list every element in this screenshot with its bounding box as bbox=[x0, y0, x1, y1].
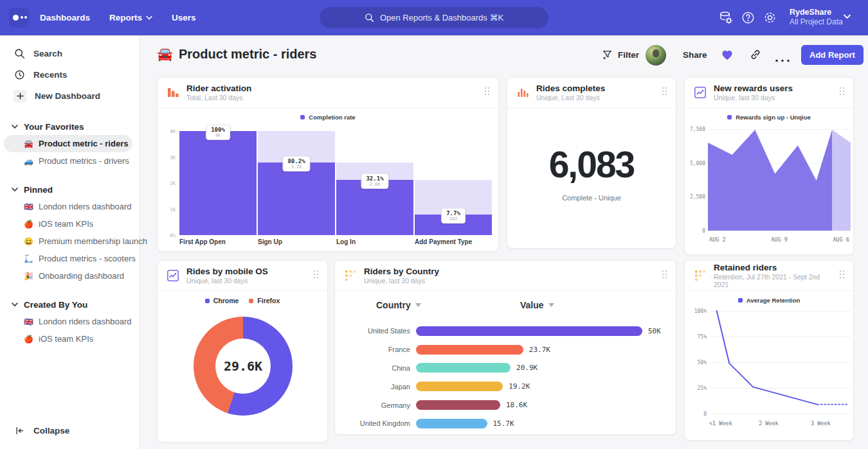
drag-handle-icon[interactable] bbox=[839, 87, 845, 98]
car-emoji-icon: 🚙 bbox=[23, 157, 34, 166]
nav-reports[interactable]: Reports bbox=[109, 13, 152, 22]
table-row: United Kingdom 15.7K bbox=[335, 414, 676, 433]
card-new-rewards-users: New rewards users Unique, last 30 days R… bbox=[684, 77, 854, 255]
workspace-switcher[interactable]: RydeShare All Project Data bbox=[790, 7, 843, 28]
country-bar bbox=[416, 382, 503, 391]
section-header-pinned[interactable]: Pinned bbox=[0, 181, 139, 198]
drag-handle-icon[interactable] bbox=[313, 270, 319, 281]
legend-item-firefox[interactable]: Firefox bbox=[249, 297, 280, 304]
global-search[interactable]: Open Reports & Dashboards ⌘K bbox=[320, 7, 548, 28]
section-header-your-favorites[interactable]: Your Favorites bbox=[0, 118, 139, 135]
plus-icon bbox=[14, 90, 26, 103]
workspace-subtitle: All Project Data bbox=[790, 17, 843, 28]
column-header-value[interactable]: Value bbox=[520, 300, 554, 310]
sidebar-search[interactable]: Search bbox=[0, 43, 139, 64]
x-tick: 3 Week bbox=[811, 420, 831, 427]
y-tick: 2K bbox=[158, 180, 176, 186]
nav-users[interactable]: Users bbox=[172, 13, 196, 22]
y-tick: 2,500 bbox=[685, 194, 705, 200]
sort-caret-icon bbox=[548, 303, 554, 307]
kpi-value: 6,083 bbox=[507, 143, 676, 186]
sidebar: Search Recents New Dashboard Your Favori… bbox=[0, 35, 140, 449]
help-icon[interactable] bbox=[741, 10, 755, 25]
drag-handle-icon[interactable] bbox=[662, 87, 667, 98]
row-label: Japan bbox=[335, 383, 416, 391]
country-bar-list: United States 50K France 23.7K China 20.… bbox=[335, 322, 676, 433]
filter-button[interactable]: Filter bbox=[602, 49, 639, 60]
sort-caret-icon bbox=[415, 303, 421, 307]
funnel-bar bbox=[179, 131, 257, 235]
sidebar-collapse-button[interactable]: Collapse bbox=[0, 420, 139, 441]
sidebar-new-dashboard[interactable]: New Dashboard bbox=[0, 85, 139, 107]
sidebar-item-product-metric-riders[interactable]: 🚘 Product metric - riders bbox=[4, 135, 132, 152]
row-label: France bbox=[335, 346, 416, 353]
sidebar-item-ios-team-kpis-2[interactable]: 🍎 iOS team KPIs bbox=[0, 330, 139, 348]
chevron-down-icon bbox=[12, 125, 18, 129]
card-title: Rides completes bbox=[536, 84, 605, 94]
y-tick: 0 bbox=[685, 411, 707, 417]
section-header-created-by-you[interactable]: Created By You bbox=[0, 296, 139, 313]
y-tick: 100% bbox=[685, 308, 707, 314]
data-sources-icon[interactable] bbox=[718, 10, 733, 25]
add-report-button[interactable]: Add Report bbox=[801, 45, 863, 65]
x-tick: Log In bbox=[336, 238, 413, 245]
x-tick: AUG 6 bbox=[833, 236, 849, 243]
sidebar-item-london-riders[interactable]: 🇬🇧 London riders dashboard bbox=[0, 198, 139, 215]
line-chart-icon bbox=[693, 85, 707, 100]
card-subtitle: Retention, Jul 27th 2021 - Sept 2nd 2021 bbox=[714, 273, 833, 288]
workspace-caret-icon[interactable] bbox=[844, 14, 851, 19]
funnel-bar bbox=[258, 163, 335, 235]
table-row: United States 50K bbox=[335, 322, 676, 340]
funnel-label-chip: 32.1% 2.6K bbox=[361, 173, 388, 189]
sidebar-item-onboarding-dashboard[interactable]: 🎉 Onboarding dashboard bbox=[0, 267, 139, 285]
country-bar bbox=[416, 363, 511, 373]
sidebar-item-london-riders-2[interactable]: 🇬🇧 London riders dashboard bbox=[0, 313, 139, 330]
drag-handle-icon[interactable] bbox=[839, 270, 845, 281]
drag-handle-icon[interactable] bbox=[662, 270, 667, 281]
more-options-icon[interactable] bbox=[775, 53, 790, 65]
nav-dashboards[interactable]: Dashboards bbox=[40, 13, 90, 22]
share-button[interactable]: Share bbox=[683, 50, 707, 60]
country-bar bbox=[416, 400, 500, 410]
card-riders-by-country: Riders by Country Unique, last 30 days C… bbox=[334, 260, 676, 435]
car-emoji-icon: 🚘 bbox=[157, 46, 173, 62]
sidebar-item-ios-team-kpis[interactable]: 🍎 iOS team KPIs bbox=[0, 215, 139, 233]
y-tick: 7,500 bbox=[685, 127, 705, 132]
x-tick: <1 Week bbox=[709, 420, 732, 427]
x-tick: First App Open bbox=[179, 238, 257, 245]
card-subtitle: Unique, last 30 days bbox=[364, 277, 439, 285]
card-subtitle: Unique, last 30 days bbox=[714, 94, 793, 101]
table-row: Japan 19.2K bbox=[335, 377, 676, 396]
drag-handle-icon[interactable] bbox=[484, 87, 490, 98]
line-chart-icon bbox=[166, 269, 180, 283]
settings-gear-icon[interactable] bbox=[763, 10, 777, 25]
funnel-label-chip: 80.2% 3.2K bbox=[282, 156, 310, 172]
chevron-down-icon bbox=[12, 188, 18, 192]
favorite-heart-icon[interactable] bbox=[720, 48, 734, 62]
legend-item-chrome[interactable]: Chrome bbox=[205, 297, 239, 304]
card-title: Retained riders bbox=[714, 263, 833, 273]
smile-emoji-icon: 😄 bbox=[23, 237, 34, 246]
user-avatar[interactable] bbox=[646, 45, 666, 66]
column-header-country[interactable]: Country bbox=[376, 300, 421, 310]
row-label: Germany bbox=[335, 401, 416, 409]
card-title: Rides by mobile OS bbox=[186, 267, 268, 277]
section-pinned: Pinned 🇬🇧 London riders dashboard 🍎 iOS … bbox=[0, 181, 139, 285]
uk-flag-emoji-icon: 🇬🇧 bbox=[23, 202, 34, 211]
y-tick: 50% bbox=[685, 360, 707, 365]
app-logo[interactable] bbox=[9, 8, 29, 28]
retention-line bbox=[717, 311, 817, 405]
sidebar-item-product-metrics-scooters[interactable]: 🛴 Product metrics - scooters bbox=[0, 250, 139, 267]
sidebar-item-premium-membership[interactable]: 😄 Premium membership launch bbox=[0, 233, 139, 250]
donut-center-value: 29.6K bbox=[215, 339, 271, 394]
filter-funnel-icon bbox=[602, 49, 613, 60]
copy-link-icon[interactable] bbox=[749, 48, 762, 61]
os-legend-swatch bbox=[205, 299, 210, 303]
card-title: Riders by Country bbox=[364, 267, 439, 277]
sidebar-item-product-metrics-drivers[interactable]: 🚙 Product metrics - drivers bbox=[0, 152, 139, 170]
sidebar-recents[interactable]: Recents bbox=[0, 64, 139, 85]
row-value: 18.6K bbox=[506, 401, 527, 409]
apple-emoji-icon: 🍎 bbox=[23, 220, 34, 229]
clock-icon bbox=[14, 69, 25, 80]
card-subtitle: Unique, last 30 days bbox=[186, 277, 268, 285]
